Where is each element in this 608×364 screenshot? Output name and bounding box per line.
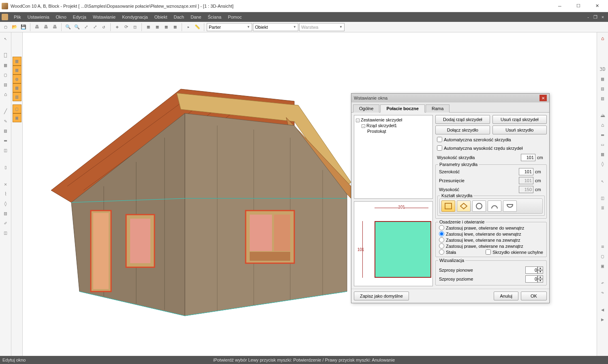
r-layer-icon[interactable]: ≣ <box>598 203 607 212</box>
x6-tool-icon[interactable]: ◫ <box>1 228 10 237</box>
subtool-2-icon[interactable]: ▦ <box>13 66 21 75</box>
zoom-out-icon[interactable]: 🔍 <box>73 23 81 31</box>
subtool-4-icon[interactable]: ▦ <box>13 83 21 92</box>
del-row-button[interactable]: Usuń rząd skrzydeł <box>492 115 547 124</box>
x3-tool-icon[interactable]: ◊ <box>1 199 10 208</box>
print2-icon[interactable]: 🖶 <box>51 23 59 31</box>
x1-tool-icon[interactable]: ✕ <box>1 180 10 189</box>
spros-h-spin[interactable]: ▲▼ <box>537 275 543 283</box>
width-input[interactable] <box>519 168 533 175</box>
door-tool-icon[interactable]: ⎕ <box>1 51 10 60</box>
radio-right-in[interactable]: Zastosuj prawe, otwierane do wewnątrz <box>437 225 545 231</box>
move-icon[interactable]: ✥ <box>113 23 121 31</box>
auto-width-check[interactable]: Automatyczna szerokość skrzydła <box>435 136 547 143</box>
menu-plik[interactable]: Plik <box>11 12 24 22</box>
r-grid-icon[interactable]: ▦ <box>598 150 607 159</box>
r-sq1-icon[interactable]: ▢ <box>598 252 607 261</box>
spros-v-spin[interactable]: ▲▼ <box>537 266 543 274</box>
shape-arch[interactable] <box>488 200 501 212</box>
r-beam-icon[interactable]: ▭ <box>598 140 607 149</box>
r-redo-icon[interactable]: ↷ <box>598 288 607 297</box>
layer-combo[interactable]: Warstwa▼ <box>299 23 345 31</box>
select-tool-icon[interactable]: ↖ <box>1 34 10 43</box>
r-sq2-icon[interactable]: ▣ <box>598 262 607 270</box>
opening-tool-icon[interactable]: ▢ <box>1 70 10 79</box>
add-row-button[interactable]: Dodaj rząd skrzydeł <box>435 115 490 124</box>
measure-icon[interactable]: 📏 <box>193 23 201 31</box>
r-house-icon[interactable]: ⌂ <box>598 121 607 130</box>
x4-tool-icon[interactable]: ▤ <box>1 209 10 218</box>
line-tool-icon[interactable]: ╱ <box>1 107 10 116</box>
r-list-icon[interactable]: ≡ <box>598 242 607 251</box>
r-undo-icon[interactable]: ↶ <box>598 279 607 287</box>
open-icon[interactable]: 📂 <box>11 23 19 31</box>
3d-viewport[interactable]: Wstawianie okna ✕ Ogólne Połacie boczne … <box>23 32 597 356</box>
add-sash-button[interactable]: Dołącz skrzydło <box>435 126 490 134</box>
cube-icon[interactable]: ◫ <box>131 23 139 31</box>
object-combo[interactable]: Obiekt▼ <box>253 23 298 31</box>
mdi-minimize-icon[interactable]: - <box>584 15 592 20</box>
r-roof-icon[interactable]: ⛰ <box>598 111 607 120</box>
shape-diamond[interactable] <box>457 200 471 212</box>
block-tool-icon[interactable]: ◫ <box>1 146 10 155</box>
subtool-1-icon[interactable]: ▦ <box>13 57 21 66</box>
menu-obiekt[interactable]: Obiekt <box>151 12 171 22</box>
grid4-icon[interactable]: ▦ <box>171 23 179 31</box>
r-left-icon[interactable]: ◀ <box>598 305 607 314</box>
floor-combo[interactable]: Parter▼ <box>207 23 252 31</box>
shape-halfround[interactable] <box>503 200 517 212</box>
menu-pomoc[interactable]: Pomoc <box>225 12 245 22</box>
subtool-5-icon[interactable]: ▥ <box>13 92 21 101</box>
menu-okno[interactable]: Okno <box>53 12 70 22</box>
radio-fixed[interactable]: Stała Skrzydło okienne uchylne <box>437 249 545 255</box>
menu-kondygnacja[interactable]: Kondygnacja <box>119 12 151 22</box>
rotate-icon[interactable]: ⟳ <box>122 23 130 31</box>
tilt-check[interactable] <box>486 249 491 255</box>
window-tool-icon[interactable]: ▦ <box>1 61 10 70</box>
r-view1-icon[interactable]: ▦ <box>598 75 607 83</box>
maximize-button[interactable]: ☐ <box>569 0 588 12</box>
print-icon[interactable]: 🖶 <box>33 23 41 31</box>
home-tool-icon[interactable]: ⌂ <box>1 90 10 99</box>
menu-edycja[interactable]: Edycja <box>70 12 90 22</box>
r-wall-icon[interactable]: ▬ <box>598 130 607 139</box>
x2-tool-icon[interactable]: ⌇ <box>1 189 10 198</box>
radio-right-out[interactable]: Zastosuj prawe, otwierane na zewnątrz <box>437 243 545 249</box>
save-default-button[interactable]: Zapisz jako domyślne <box>354 292 409 300</box>
spros-h-input[interactable] <box>525 275 537 283</box>
new-icon[interactable]: ▢ <box>2 23 10 31</box>
tab-side[interactable]: Połacie boczne <box>380 104 424 113</box>
sash-tree[interactable]: -Zestawienie skrzydeł -Rząd skrzydeł1 Pr… <box>354 115 433 199</box>
auto-height-check[interactable]: Automatyczna wysokość rzędu skrzydeł <box>435 145 547 151</box>
cancel-button[interactable]: Anuluj <box>494 292 518 300</box>
zoom-prev-icon[interactable]: ↺ <box>100 23 108 31</box>
subtool-3-icon[interactable]: ◍ <box>13 75 21 83</box>
menu-dach[interactable]: Dach <box>171 12 188 22</box>
r-arrow-icon[interactable]: ↖ <box>598 177 607 185</box>
ok-button[interactable]: OK <box>521 292 547 300</box>
menu-wstawianie[interactable]: Wstawianie <box>90 12 119 22</box>
menu-ustawienia[interactable]: Ustawienia <box>24 12 53 22</box>
sash-height-input[interactable] <box>521 154 535 161</box>
tab-frame[interactable]: Rama <box>426 104 450 113</box>
menu-dane[interactable]: Dane <box>187 12 204 22</box>
shape-circle[interactable] <box>472 200 486 212</box>
radio-left-out[interactable]: Zastosuj lewe, otwierane na zewnątrz <box>437 237 545 243</box>
chimney-tool-icon[interactable]: ▯ <box>1 163 10 172</box>
zoom-fit-icon[interactable]: ⤢ <box>82 23 90 31</box>
radio-left-in[interactable]: Zastosuj lewe, otwierane do wewnątrz <box>437 231 545 237</box>
zoom-in-icon[interactable]: 🔍 <box>64 23 72 31</box>
subtool-7-icon[interactable]: ▣ <box>13 113 21 122</box>
r-right-icon[interactable]: ▶ <box>598 315 607 324</box>
dialog-titlebar[interactable]: Wstawianie okna ✕ <box>351 94 549 102</box>
x5-tool-icon[interactable]: ✐ <box>1 219 10 228</box>
close-button[interactable]: ✕ <box>588 0 606 12</box>
grid3-icon[interactable]: ▦ <box>162 23 170 31</box>
pointer-icon[interactable]: ▸ <box>184 23 193 31</box>
r-copy-icon[interactable]: ◫ <box>598 194 607 202</box>
spros-v-input[interactable] <box>525 266 537 274</box>
hatch-tool-icon[interactable]: ▨ <box>1 126 10 135</box>
dialog-close-button[interactable]: ✕ <box>539 95 547 101</box>
zoom-window-icon[interactable]: ⤢ <box>91 23 99 31</box>
r-3d-icon[interactable]: 3D <box>598 65 607 74</box>
